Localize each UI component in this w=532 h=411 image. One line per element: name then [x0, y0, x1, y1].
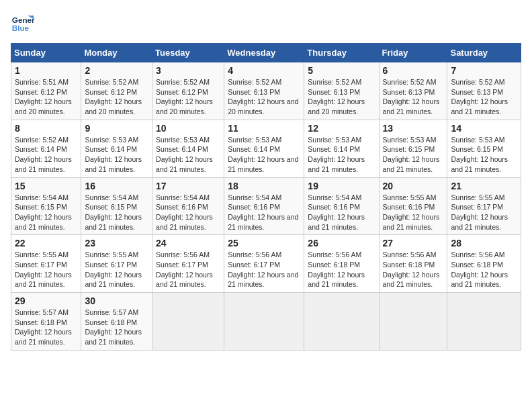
calendar-cell: 18 Sunrise: 5:54 AMSunset: 6:16 PMDaylig…: [224, 177, 304, 235]
day-number: 1: [15, 65, 77, 76]
day-number: 23: [85, 238, 148, 248]
day-number: 6: [383, 65, 444, 76]
day-detail: Sunrise: 5:53 AMSunset: 6:15 PMDaylight:…: [383, 136, 440, 173]
day-detail: Sunrise: 5:54 AMSunset: 6:16 PMDaylight:…: [228, 193, 298, 231]
calendar-cell: [224, 293, 304, 351]
day-detail: Sunrise: 5:52 AMSunset: 6:13 PMDaylight:…: [383, 78, 440, 116]
day-number: 5: [308, 65, 375, 76]
day-detail: Sunrise: 5:56 AMSunset: 6:18 PMDaylight:…: [308, 250, 365, 288]
logo-icon: General Blue: [11, 11, 35, 35]
logo: General Blue: [11, 11, 38, 35]
day-detail: Sunrise: 5:55 AMSunset: 6:16 PMDaylight:…: [383, 193, 440, 231]
calendar-cell: [447, 293, 521, 351]
calendar-cell: 15 Sunrise: 5:54 AMSunset: 6:15 PMDaylig…: [11, 177, 81, 235]
calendar-cell: 1 Sunrise: 5:51 AMSunset: 6:12 PMDayligh…: [11, 62, 81, 120]
calendar-cell: [379, 293, 447, 351]
day-detail: Sunrise: 5:53 AMSunset: 6:14 PMDaylight:…: [308, 136, 365, 173]
calendar-cell: 28 Sunrise: 5:56 AMSunset: 6:18 PMDaylig…: [447, 235, 521, 293]
weekday-header-tuesday: Tuesday: [152, 44, 224, 62]
calendar-cell: [152, 293, 224, 351]
calendar-week-row: 1 Sunrise: 5:51 AMSunset: 6:12 PMDayligh…: [11, 62, 521, 120]
calendar-cell: 8 Sunrise: 5:52 AMSunset: 6:14 PMDayligh…: [11, 120, 81, 177]
day-number: 8: [15, 123, 77, 134]
day-detail: Sunrise: 5:54 AMSunset: 6:15 PMDaylight:…: [15, 193, 72, 231]
calendar-cell: 16 Sunrise: 5:54 AMSunset: 6:15 PMDaylig…: [81, 177, 152, 235]
calendar-cell: 6 Sunrise: 5:52 AMSunset: 6:13 PMDayligh…: [379, 62, 447, 120]
day-number: 11: [228, 123, 300, 134]
calendar-cell: 26 Sunrise: 5:56 AMSunset: 6:18 PMDaylig…: [304, 235, 379, 293]
day-number: 24: [156, 238, 220, 248]
day-detail: Sunrise: 5:53 AMSunset: 6:15 PMDaylight:…: [451, 136, 508, 173]
calendar-cell: 22 Sunrise: 5:55 AMSunset: 6:17 PMDaylig…: [11, 235, 81, 293]
day-detail: Sunrise: 5:53 AMSunset: 6:14 PMDaylight:…: [156, 136, 213, 173]
day-number: 16: [85, 181, 148, 191]
calendar-cell: 13 Sunrise: 5:53 AMSunset: 6:15 PMDaylig…: [379, 120, 447, 177]
weekday-header-sunday: Sunday: [11, 44, 81, 62]
day-number: 17: [156, 181, 220, 191]
day-detail: Sunrise: 5:52 AMSunset: 6:12 PMDaylight:…: [85, 78, 142, 116]
svg-text:Blue: Blue: [12, 24, 30, 32]
calendar-week-row: 29 Sunrise: 5:57 AMSunset: 6:18 PMDaylig…: [11, 293, 521, 351]
day-detail: Sunrise: 5:56 AMSunset: 6:18 PMDaylight:…: [383, 250, 440, 288]
day-number: 28: [451, 238, 517, 248]
calendar-cell: 20 Sunrise: 5:55 AMSunset: 6:16 PMDaylig…: [379, 177, 447, 235]
calendar-cell: 29 Sunrise: 5:57 AMSunset: 6:18 PMDaylig…: [11, 293, 81, 351]
calendar-cell: 19 Sunrise: 5:54 AMSunset: 6:16 PMDaylig…: [304, 177, 379, 235]
day-number: 9: [85, 123, 148, 134]
day-detail: Sunrise: 5:56 AMSunset: 6:17 PMDaylight:…: [228, 250, 298, 288]
day-detail: Sunrise: 5:55 AMSunset: 6:17 PMDaylight:…: [451, 193, 508, 231]
day-detail: Sunrise: 5:53 AMSunset: 6:14 PMDaylight:…: [85, 136, 142, 173]
day-detail: Sunrise: 5:55 AMSunset: 6:17 PMDaylight:…: [15, 250, 72, 288]
calendar-cell: 25 Sunrise: 5:56 AMSunset: 6:17 PMDaylig…: [224, 235, 304, 293]
day-detail: Sunrise: 5:55 AMSunset: 6:17 PMDaylight:…: [85, 250, 142, 288]
day-detail: Sunrise: 5:54 AMSunset: 6:16 PMDaylight:…: [156, 193, 213, 231]
day-detail: Sunrise: 5:52 AMSunset: 6:14 PMDaylight:…: [15, 136, 72, 173]
weekday-header-wednesday: Wednesday: [224, 44, 304, 62]
calendar-week-row: 8 Sunrise: 5:52 AMSunset: 6:14 PMDayligh…: [11, 120, 521, 177]
day-number: 3: [156, 65, 220, 76]
day-number: 7: [451, 65, 517, 76]
day-detail: Sunrise: 5:52 AMSunset: 6:13 PMDaylight:…: [451, 78, 508, 116]
day-detail: Sunrise: 5:54 AMSunset: 6:15 PMDaylight:…: [85, 193, 142, 231]
day-detail: Sunrise: 5:56 AMSunset: 6:17 PMDaylight:…: [156, 250, 213, 288]
day-number: 26: [308, 238, 375, 248]
calendar-cell: 11 Sunrise: 5:53 AMSunset: 6:14 PMDaylig…: [224, 120, 304, 177]
calendar-cell: 5 Sunrise: 5:52 AMSunset: 6:13 PMDayligh…: [304, 62, 379, 120]
calendar-cell: 21 Sunrise: 5:55 AMSunset: 6:17 PMDaylig…: [447, 177, 521, 235]
day-detail: Sunrise: 5:57 AMSunset: 6:18 PMDaylight:…: [15, 308, 72, 346]
day-number: 21: [451, 181, 517, 191]
calendar-cell: 30 Sunrise: 5:57 AMSunset: 6:18 PMDaylig…: [81, 293, 152, 351]
calendar-week-row: 22 Sunrise: 5:55 AMSunset: 6:17 PMDaylig…: [11, 235, 521, 293]
day-detail: Sunrise: 5:51 AMSunset: 6:12 PMDaylight:…: [15, 78, 72, 116]
day-detail: Sunrise: 5:54 AMSunset: 6:16 PMDaylight:…: [308, 193, 365, 231]
calendar-cell: 2 Sunrise: 5:52 AMSunset: 6:12 PMDayligh…: [81, 62, 152, 120]
day-detail: Sunrise: 5:57 AMSunset: 6:18 PMDaylight:…: [85, 308, 142, 346]
day-number: 2: [85, 65, 148, 76]
day-number: 27: [383, 238, 444, 248]
day-number: 25: [228, 238, 300, 248]
day-detail: Sunrise: 5:53 AMSunset: 6:14 PMDaylight:…: [228, 136, 298, 173]
day-detail: Sunrise: 5:52 AMSunset: 6:13 PMDaylight:…: [308, 78, 365, 116]
day-detail: Sunrise: 5:52 AMSunset: 6:13 PMDaylight:…: [228, 78, 298, 116]
weekday-header-saturday: Saturday: [447, 44, 521, 62]
day-number: 15: [15, 181, 77, 191]
calendar-cell: 14 Sunrise: 5:53 AMSunset: 6:15 PMDaylig…: [447, 120, 521, 177]
day-number: 14: [451, 123, 517, 134]
day-number: 20: [383, 181, 444, 191]
calendar-cell: 23 Sunrise: 5:55 AMSunset: 6:17 PMDaylig…: [81, 235, 152, 293]
calendar-cell: 7 Sunrise: 5:52 AMSunset: 6:13 PMDayligh…: [447, 62, 521, 120]
day-number: 4: [228, 65, 300, 76]
calendar-cell: 12 Sunrise: 5:53 AMSunset: 6:14 PMDaylig…: [304, 120, 379, 177]
day-number: 18: [228, 181, 300, 191]
weekday-header-friday: Friday: [379, 44, 447, 62]
day-number: 29: [15, 295, 77, 306]
day-detail: Sunrise: 5:52 AMSunset: 6:12 PMDaylight:…: [156, 78, 213, 116]
calendar-cell: 10 Sunrise: 5:53 AMSunset: 6:14 PMDaylig…: [152, 120, 224, 177]
header: General Blue: [11, 11, 521, 35]
weekday-header-monday: Monday: [81, 44, 152, 62]
calendar-cell: [304, 293, 379, 351]
calendar-week-row: 15 Sunrise: 5:54 AMSunset: 6:15 PMDaylig…: [11, 177, 521, 235]
calendar-cell: 9 Sunrise: 5:53 AMSunset: 6:14 PMDayligh…: [81, 120, 152, 177]
calendar-cell: 17 Sunrise: 5:54 AMSunset: 6:16 PMDaylig…: [152, 177, 224, 235]
weekday-header-row: SundayMondayTuesdayWednesdayThursdayFrid…: [11, 44, 521, 62]
